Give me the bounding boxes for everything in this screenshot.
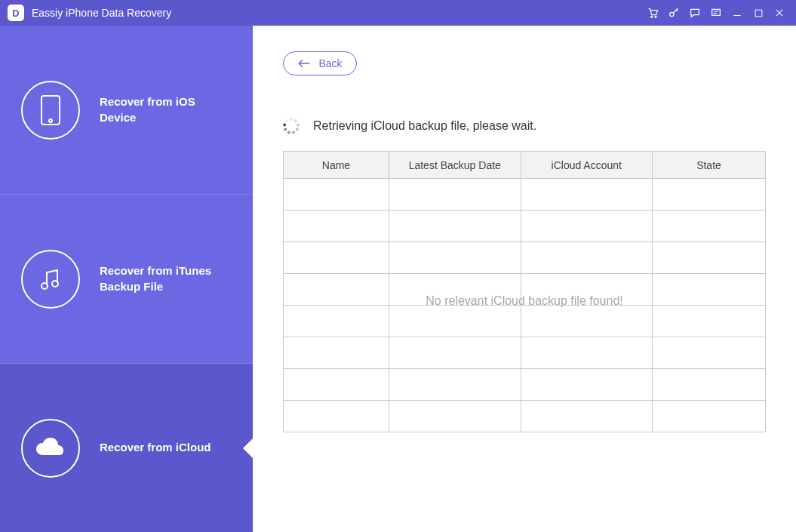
table-header-row: Name Latest Backup Date iCloud Account S… bbox=[284, 152, 766, 179]
svg-rect-3 bbox=[712, 9, 721, 15]
svg-point-8 bbox=[52, 281, 58, 287]
table-row bbox=[284, 242, 766, 274]
svg-point-2 bbox=[670, 12, 674, 16]
sidebar-item-recover-itunes[interactable]: Recover from iTunes Backup File bbox=[0, 195, 253, 364]
sidebar-item-recover-icloud[interactable]: Recover from iCloud bbox=[0, 364, 253, 532]
table-row bbox=[284, 369, 766, 401]
svg-rect-5 bbox=[41, 96, 60, 125]
arrow-left-icon bbox=[297, 59, 311, 68]
table-row bbox=[284, 401, 766, 432]
col-date: Latest Backup Date bbox=[389, 152, 521, 179]
status-text: Retrieving iCloud backup file, please wa… bbox=[313, 119, 536, 133]
col-account: iCloud Account bbox=[521, 152, 653, 179]
backup-table-wrap: Name Latest Backup Date iCloud Account S… bbox=[283, 151, 766, 517]
key-icon[interactable] bbox=[663, 2, 684, 23]
close-icon[interactable] bbox=[769, 2, 790, 23]
maximize-icon[interactable] bbox=[748, 2, 769, 23]
phone-icon bbox=[21, 81, 80, 140]
svg-point-1 bbox=[655, 16, 656, 17]
sidebar: Recover from iOS Device Recover from iTu… bbox=[0, 26, 253, 532]
cloud-icon bbox=[21, 419, 80, 478]
col-state: State bbox=[653, 152, 766, 179]
cart-icon[interactable] bbox=[642, 2, 663, 23]
backup-table-body bbox=[284, 179, 766, 432]
minimize-icon[interactable] bbox=[727, 2, 748, 23]
backup-table: Name Latest Backup Date iCloud Account S… bbox=[283, 151, 766, 432]
sidebar-item-recover-ios[interactable]: Recover from iOS Device bbox=[0, 26, 253, 195]
back-button-label: Back bbox=[318, 57, 342, 69]
feedback-icon[interactable] bbox=[705, 2, 727, 23]
app-title: Eassiy iPhone Data Recovery bbox=[32, 7, 171, 19]
table-row bbox=[284, 337, 766, 369]
back-button[interactable]: Back bbox=[283, 51, 357, 75]
sidebar-item-label: Recover from iCloud bbox=[100, 440, 211, 455]
app-logo-icon: D bbox=[8, 5, 24, 21]
spinner-icon bbox=[283, 118, 300, 134]
status-row: Retrieving iCloud backup file, please wa… bbox=[283, 118, 766, 134]
music-note-icon bbox=[21, 250, 80, 309]
table-row bbox=[284, 274, 766, 306]
svg-point-6 bbox=[49, 119, 52, 122]
table-row bbox=[284, 306, 766, 337]
sidebar-item-label: Recover from iOS Device bbox=[100, 94, 220, 125]
table-row bbox=[284, 211, 766, 242]
main-panel: Back Retrieving iCloud backup file, plea… bbox=[253, 26, 796, 532]
svg-rect-4 bbox=[755, 10, 762, 17]
titlebar: D Eassiy iPhone Data Recovery bbox=[0, 0, 796, 26]
chat-icon[interactable] bbox=[684, 2, 705, 23]
app-window: D Eassiy iPhone Data Recovery bbox=[0, 0, 796, 532]
svg-point-7 bbox=[41, 283, 48, 289]
svg-point-0 bbox=[651, 16, 653, 17]
col-name: Name bbox=[284, 152, 389, 179]
sidebar-item-label: Recover from iTunes Backup File bbox=[100, 263, 220, 294]
table-row bbox=[284, 179, 766, 211]
